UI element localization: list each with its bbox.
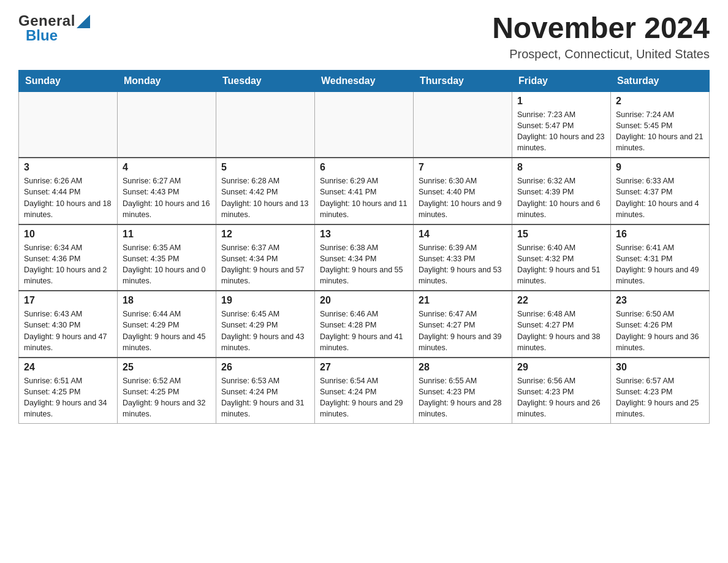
day-info: Sunrise: 6:53 AMSunset: 4:24 PMDaylight:… xyxy=(221,375,309,420)
day-number: 19 xyxy=(221,295,309,306)
calendar-table: SundayMondayTuesdayWednesdayThursdayFrid… xyxy=(18,70,710,424)
day-info: Sunrise: 6:37 AMSunset: 4:34 PMDaylight:… xyxy=(221,242,309,287)
day-number: 29 xyxy=(517,362,605,373)
calendar-cell: 2Sunrise: 7:24 AMSunset: 5:45 PMDaylight… xyxy=(611,91,710,158)
month-title: November 2024 xyxy=(492,12,710,45)
location-subtitle: Prospect, Connecticut, United States xyxy=(492,47,710,61)
weekday-header-wednesday: Wednesday xyxy=(315,70,414,91)
day-number: 24 xyxy=(24,362,112,373)
day-number: 20 xyxy=(320,295,408,306)
day-number: 5 xyxy=(221,162,309,173)
weekday-header-saturday: Saturday xyxy=(611,70,710,91)
day-info: Sunrise: 6:46 AMSunset: 4:28 PMDaylight:… xyxy=(320,308,408,353)
day-info: Sunrise: 6:55 AMSunset: 4:23 PMDaylight:… xyxy=(419,375,507,420)
day-number: 13 xyxy=(320,229,408,240)
calendar-cell xyxy=(19,91,118,158)
calendar-week-row-1: 1Sunrise: 7:23 AMSunset: 5:47 PMDaylight… xyxy=(19,91,710,158)
day-number: 15 xyxy=(517,229,605,240)
day-number: 17 xyxy=(24,295,112,306)
day-number: 18 xyxy=(123,295,211,306)
calendar-cell: 16Sunrise: 6:41 AMSunset: 4:31 PMDayligh… xyxy=(611,224,710,291)
calendar-cell: 4Sunrise: 6:27 AMSunset: 4:43 PMDaylight… xyxy=(118,158,216,224)
day-number: 14 xyxy=(419,229,507,240)
day-info: Sunrise: 6:43 AMSunset: 4:30 PMDaylight:… xyxy=(24,308,112,353)
calendar-cell: 8Sunrise: 6:32 AMSunset: 4:39 PMDaylight… xyxy=(512,158,611,224)
day-info: Sunrise: 6:39 AMSunset: 4:33 PMDaylight:… xyxy=(419,242,507,287)
calendar-cell: 5Sunrise: 6:28 AMSunset: 4:42 PMDaylight… xyxy=(216,158,315,224)
calendar-cell xyxy=(118,91,216,158)
calendar-cell: 17Sunrise: 6:43 AMSunset: 4:30 PMDayligh… xyxy=(19,291,118,358)
weekday-header-row: SundayMondayTuesdayWednesdayThursdayFrid… xyxy=(19,70,710,91)
day-info: Sunrise: 6:40 AMSunset: 4:32 PMDaylight:… xyxy=(517,242,605,287)
title-area: November 2024 Prospect, Connecticut, Uni… xyxy=(492,12,710,61)
calendar-cell: 27Sunrise: 6:54 AMSunset: 4:24 PMDayligh… xyxy=(315,358,414,424)
day-number: 7 xyxy=(419,162,507,173)
calendar-week-row-4: 17Sunrise: 6:43 AMSunset: 4:30 PMDayligh… xyxy=(19,291,710,358)
calendar-cell xyxy=(216,91,315,158)
calendar-cell: 10Sunrise: 6:34 AMSunset: 4:36 PMDayligh… xyxy=(19,224,118,291)
calendar-cell: 9Sunrise: 6:33 AMSunset: 4:37 PMDaylight… xyxy=(611,158,710,224)
calendar-week-row-5: 24Sunrise: 6:51 AMSunset: 4:25 PMDayligh… xyxy=(19,358,710,424)
day-info: Sunrise: 6:33 AMSunset: 4:37 PMDaylight:… xyxy=(616,175,704,220)
day-info: Sunrise: 6:57 AMSunset: 4:23 PMDaylight:… xyxy=(616,375,704,420)
day-number: 9 xyxy=(616,162,704,173)
logo: General Blue xyxy=(18,12,90,44)
calendar-cell: 28Sunrise: 6:55 AMSunset: 4:23 PMDayligh… xyxy=(414,358,512,424)
day-number: 11 xyxy=(123,229,211,240)
calendar-cell: 12Sunrise: 6:37 AMSunset: 4:34 PMDayligh… xyxy=(216,224,315,291)
calendar-cell: 14Sunrise: 6:39 AMSunset: 4:33 PMDayligh… xyxy=(414,224,512,291)
day-number: 3 xyxy=(24,162,112,173)
day-info: Sunrise: 6:34 AMSunset: 4:36 PMDaylight:… xyxy=(24,242,112,287)
day-number: 16 xyxy=(616,229,704,240)
day-number: 21 xyxy=(419,295,507,306)
day-info: Sunrise: 6:35 AMSunset: 4:35 PMDaylight:… xyxy=(123,242,211,287)
day-info: Sunrise: 6:41 AMSunset: 4:31 PMDaylight:… xyxy=(616,242,704,287)
calendar-cell: 22Sunrise: 6:48 AMSunset: 4:27 PMDayligh… xyxy=(512,291,611,358)
calendar-cell: 29Sunrise: 6:56 AMSunset: 4:23 PMDayligh… xyxy=(512,358,611,424)
day-info: Sunrise: 6:28 AMSunset: 4:42 PMDaylight:… xyxy=(221,175,309,220)
svg-marker-0 xyxy=(77,15,90,28)
day-info: Sunrise: 6:50 AMSunset: 4:26 PMDaylight:… xyxy=(616,308,704,353)
day-number: 8 xyxy=(517,162,605,173)
day-number: 28 xyxy=(419,362,507,373)
calendar-cell: 6Sunrise: 6:29 AMSunset: 4:41 PMDaylight… xyxy=(315,158,414,224)
day-info: Sunrise: 6:47 AMSunset: 4:27 PMDaylight:… xyxy=(419,308,507,353)
day-info: Sunrise: 7:23 AMSunset: 5:47 PMDaylight:… xyxy=(517,109,605,154)
day-number: 25 xyxy=(123,362,211,373)
calendar-cell: 11Sunrise: 6:35 AMSunset: 4:35 PMDayligh… xyxy=(118,224,216,291)
calendar-cell: 21Sunrise: 6:47 AMSunset: 4:27 PMDayligh… xyxy=(414,291,512,358)
day-info: Sunrise: 6:51 AMSunset: 4:25 PMDaylight:… xyxy=(24,375,112,420)
day-number: 10 xyxy=(24,229,112,240)
calendar-week-row-2: 3Sunrise: 6:26 AMSunset: 4:44 PMDaylight… xyxy=(19,158,710,224)
day-info: Sunrise: 6:30 AMSunset: 4:40 PMDaylight:… xyxy=(419,175,507,220)
day-info: Sunrise: 6:52 AMSunset: 4:25 PMDaylight:… xyxy=(123,375,211,420)
page-header: General Blue November 2024 Prospect, Con… xyxy=(18,12,710,61)
day-number: 12 xyxy=(221,229,309,240)
calendar-cell: 7Sunrise: 6:30 AMSunset: 4:40 PMDaylight… xyxy=(414,158,512,224)
calendar-cell: 26Sunrise: 6:53 AMSunset: 4:24 PMDayligh… xyxy=(216,358,315,424)
day-info: Sunrise: 6:27 AMSunset: 4:43 PMDaylight:… xyxy=(123,175,211,220)
calendar-cell: 24Sunrise: 6:51 AMSunset: 4:25 PMDayligh… xyxy=(19,358,118,424)
day-info: Sunrise: 6:26 AMSunset: 4:44 PMDaylight:… xyxy=(24,175,112,220)
calendar-cell: 19Sunrise: 6:45 AMSunset: 4:29 PMDayligh… xyxy=(216,291,315,358)
day-number: 4 xyxy=(123,162,211,173)
calendar-cell: 15Sunrise: 6:40 AMSunset: 4:32 PMDayligh… xyxy=(512,224,611,291)
day-number: 6 xyxy=(320,162,408,173)
day-number: 2 xyxy=(616,96,704,107)
day-info: Sunrise: 6:38 AMSunset: 4:34 PMDaylight:… xyxy=(320,242,408,287)
calendar-cell: 3Sunrise: 6:26 AMSunset: 4:44 PMDaylight… xyxy=(19,158,118,224)
day-number: 26 xyxy=(221,362,309,373)
weekday-header-thursday: Thursday xyxy=(414,70,512,91)
day-number: 22 xyxy=(517,295,605,306)
logo-triangle-icon xyxy=(77,15,90,28)
calendar-cell xyxy=(414,91,512,158)
day-info: Sunrise: 6:29 AMSunset: 4:41 PMDaylight:… xyxy=(320,175,408,220)
calendar-cell: 18Sunrise: 6:44 AMSunset: 4:29 PMDayligh… xyxy=(118,291,216,358)
day-info: Sunrise: 6:56 AMSunset: 4:23 PMDaylight:… xyxy=(517,375,605,420)
day-info: Sunrise: 7:24 AMSunset: 5:45 PMDaylight:… xyxy=(616,109,704,154)
weekday-header-tuesday: Tuesday xyxy=(216,70,315,91)
weekday-header-friday: Friday xyxy=(512,70,611,91)
day-info: Sunrise: 6:44 AMSunset: 4:29 PMDaylight:… xyxy=(123,308,211,353)
calendar-cell: 23Sunrise: 6:50 AMSunset: 4:26 PMDayligh… xyxy=(611,291,710,358)
calendar-cell: 13Sunrise: 6:38 AMSunset: 4:34 PMDayligh… xyxy=(315,224,414,291)
